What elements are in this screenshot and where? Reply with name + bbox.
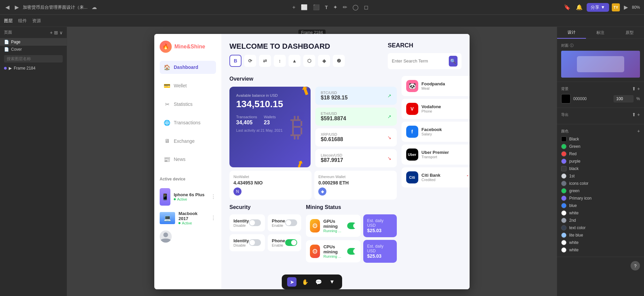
- color-green2[interactable]: green: [561, 188, 640, 194]
- cover-section-title: 封面 ⓘ: [561, 43, 574, 48]
- more-tool[interactable]: ▼: [327, 277, 337, 287]
- user-avatar[interactable]: TY: [612, 3, 620, 11]
- bookmark-icon[interactable]: 🔖: [562, 3, 572, 12]
- color-red-name: Red: [569, 152, 577, 156]
- bell-icon[interactable]: 🔔: [575, 3, 584, 12]
- toggle-phone-2[interactable]: [285, 239, 297, 246]
- color-green[interactable]: Green: [561, 144, 640, 149]
- color-primary-icon-name: Primary icon: [569, 196, 592, 201]
- toggle-identity-1[interactable]: [249, 219, 261, 226]
- color-white3[interactable]: white: [561, 247, 640, 253]
- add-background-btn[interactable]: +: [637, 86, 640, 91]
- nav-exchange[interactable]: 🖥 Exchange: [160, 135, 216, 147]
- bg-color-swatch[interactable]: [561, 94, 571, 103]
- color-black2[interactable]: black: [561, 166, 640, 171]
- text-tool[interactable]: T: [324, 3, 329, 11]
- export-icon[interactable]: ⬆: [632, 86, 636, 91]
- add-button[interactable]: +: [291, 3, 297, 12]
- export-toggle-btn[interactable]: ⬆: [632, 112, 636, 117]
- toggle-cpu[interactable]: [347, 248, 356, 255]
- share-chevron: ▼: [601, 5, 605, 10]
- layers-tab[interactable]: 图层: [4, 18, 13, 24]
- eth-wallet-icon: ◆: [318, 187, 326, 196]
- device-macbook-more[interactable]: ⋮: [211, 215, 216, 221]
- color-1st[interactable]: 1st: [561, 173, 640, 179]
- color-red[interactable]: Red: [561, 151, 640, 157]
- color-blue[interactable]: blue: [561, 203, 640, 208]
- crypto-tab-5[interactable]: ⬡: [303, 55, 315, 67]
- annotate-tab[interactable]: 标注: [586, 27, 615, 39]
- share-label: 分享: [591, 4, 599, 10]
- price-btc: BTC/USD $18 928.15 ↗: [315, 87, 396, 105]
- page-item-page[interactable]: 📄 Page: [0, 38, 67, 46]
- search-button[interactable]: 🔍: [449, 56, 458, 67]
- design-tab[interactable]: 设计: [557, 27, 586, 39]
- prototype-tab[interactable]: 原型: [615, 27, 644, 39]
- crypto-tab-6[interactable]: ◈: [318, 55, 330, 67]
- add-export-btn[interactable]: +: [637, 112, 640, 117]
- search-layers-input[interactable]: [4, 55, 63, 62]
- color-icons[interactable]: icons color: [561, 181, 640, 186]
- nav-statistics[interactable]: ✂ Statistics: [160, 98, 216, 111]
- color-black[interactable]: Black: [561, 136, 640, 142]
- device-iphone-more[interactable]: ⋮: [211, 194, 216, 200]
- overview-grid: ⬆ ⬆ Available balance in USD 134,510.15 …: [229, 87, 397, 167]
- canvas-area[interactable]: Frame 2184 🔥 Mine&Shine 🏠 Dashboard 💳 We…: [67, 27, 557, 296]
- frame-label-text: ▶: [9, 66, 12, 71]
- color-text[interactable]: text color: [561, 225, 640, 230]
- bg-opacity-input[interactable]: [613, 95, 634, 102]
- background-section-header: 背景 ⬆ +: [561, 86, 640, 91]
- search-field[interactable]: [392, 58, 446, 64]
- crypto-tab-btc[interactable]: B: [229, 55, 241, 67]
- comment-tool[interactable]: 💬: [314, 277, 323, 287]
- toggle-phone-1[interactable]: [285, 219, 297, 226]
- crypto-tab-3[interactable]: ↕: [274, 55, 286, 67]
- shape-tool[interactable]: ✦: [332, 3, 339, 12]
- circle-tool[interactable]: ◯: [351, 3, 360, 12]
- nav-dashboard[interactable]: 🏠 Dashboard: [160, 61, 216, 74]
- background-actions: ⬆ +: [632, 86, 640, 91]
- frame-item[interactable]: ▶ Frame 2184: [0, 65, 67, 72]
- svg-point-0: [163, 232, 168, 237]
- page-item-cover[interactable]: 📄 Cover: [0, 46, 67, 53]
- color-primary-icon[interactable]: Primary icon: [561, 196, 640, 201]
- nav-dashboard-icon: 🏠: [164, 64, 170, 71]
- color-white[interactable]: white: [561, 210, 640, 216]
- cover-info-icon: ⓘ: [570, 43, 574, 48]
- status-dot-iphone: [174, 198, 176, 200]
- forward-button[interactable]: ▶: [13, 3, 20, 12]
- nav-transactions[interactable]: 🌐 Transactions: [160, 116, 216, 129]
- design-frame: 🔥 Mine&Shine 🏠 Dashboard 💳 Wellet ✂ Stat…: [154, 34, 470, 289]
- color-2nd[interactable]: 2nd: [561, 218, 640, 223]
- assets-tab[interactable]: 资源: [32, 18, 41, 24]
- page-more-btn[interactable]: ∨: [59, 30, 63, 35]
- help-button[interactable]: ?: [631, 261, 640, 270]
- nav-news[interactable]: 📰 News: [160, 153, 216, 166]
- frame-tool[interactable]: ⬜: [300, 3, 309, 12]
- select-tool[interactable]: ➤: [287, 277, 297, 287]
- crypto-tab-7[interactable]: ❷: [333, 55, 345, 67]
- share-button[interactable]: 分享 ▼: [587, 3, 609, 12]
- color-white2[interactable]: white: [561, 240, 640, 245]
- page-options-btn[interactable]: ⊞: [54, 30, 58, 35]
- hand-tool[interactable]: ✋: [301, 277, 310, 287]
- toggle-gpu[interactable]: [347, 222, 356, 229]
- color-lite-blue[interactable]: lite blue: [561, 232, 640, 238]
- nav-news-label: News: [174, 157, 185, 162]
- nav-wallet[interactable]: 💳 Wellet: [160, 79, 216, 92]
- crypto-tab-2[interactable]: ⇄: [259, 55, 271, 67]
- play-button[interactable]: ▶: [623, 3, 629, 12]
- color-purple[interactable]: purple: [561, 159, 640, 164]
- tx-facebook-left: f Facebook Salary: [406, 126, 442, 138]
- add-color-btn[interactable]: +: [637, 128, 640, 134]
- add-page-btn[interactable]: +: [50, 30, 53, 35]
- back-button[interactable]: ◀: [4, 3, 11, 12]
- components-tab[interactable]: 组件: [18, 18, 27, 24]
- crypto-tab-1[interactable]: ⟳: [244, 55, 256, 67]
- cloud-icon[interactable]: ☁: [90, 3, 98, 12]
- rect-tool[interactable]: ◻: [363, 3, 370, 12]
- crop-tool[interactable]: ⬛: [312, 3, 321, 12]
- toggle-identity-2[interactable]: [249, 239, 261, 246]
- pen-tool[interactable]: ✏: [341, 3, 348, 12]
- crypto-tab-4[interactable]: ▲: [288, 55, 301, 67]
